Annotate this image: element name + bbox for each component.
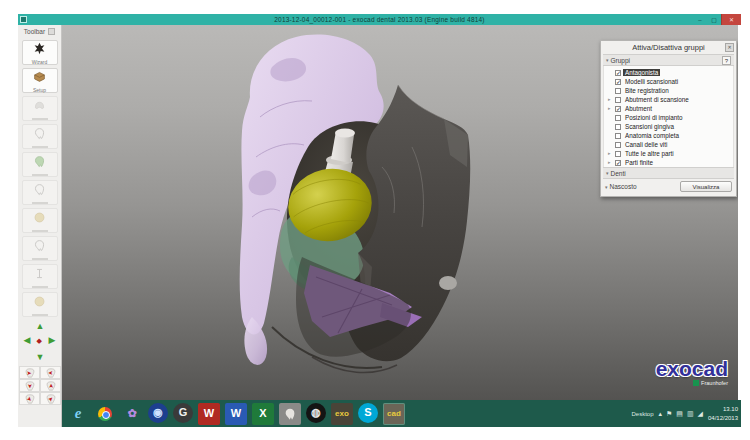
- scan-app-taskbar-icon[interactable]: ✿: [121, 403, 143, 425]
- group-label[interactable]: Abutment: [623, 105, 654, 112]
- group-checkbox[interactable]: [615, 133, 621, 139]
- clock-date: 04/12/2013: [708, 414, 738, 422]
- group-checkbox[interactable]: [615, 88, 621, 94]
- setup-icon: [33, 69, 46, 87]
- toolbar-button-step-3: [22, 96, 58, 121]
- toolbar-button-step-6: [22, 180, 58, 205]
- chevron-right-icon[interactable]: ▸: [608, 160, 613, 165]
- group-item[interactable]: Anatomia completa: [604, 131, 733, 140]
- blue-emblem-taskbar-icon[interactable]: ◉: [148, 403, 168, 423]
- application-window: 2013-12-04_00012-001 - exocad dental 201…: [18, 14, 741, 427]
- nav-down-icon[interactable]: ▼: [36, 353, 45, 362]
- group-item[interactable]: Scansioni gingiva: [604, 122, 733, 131]
- chevron-down-icon: ▾: [606, 170, 609, 176]
- denti-section-header[interactable]: ▾ Denti: [603, 167, 734, 179]
- group-checkbox[interactable]: [615, 97, 621, 103]
- view-orientation-button[interactable]: ➤: [19, 392, 40, 405]
- 3d-viewport[interactable]: Attiva/Disattiva gruppi ✕ ▾ Gruppi ? ✓An…: [62, 25, 738, 400]
- group-label[interactable]: Modelli scansionati: [623, 78, 680, 85]
- word-viewer-taskbar-icon[interactable]: W: [198, 403, 220, 425]
- group-item[interactable]: ▸Tutte le altre parti: [604, 149, 733, 158]
- desktop-label[interactable]: Desktop: [632, 411, 654, 417]
- groups-panel: Attiva/Disattiva gruppi ✕ ▾ Gruppi ? ✓An…: [600, 40, 737, 197]
- tray-volume-icon[interactable]: ▥: [687, 410, 694, 417]
- view-orientation-button[interactable]: ➤: [19, 366, 40, 379]
- group-item[interactable]: Canali delle viti: [604, 140, 733, 149]
- toolbar-button-label: [32, 174, 48, 176]
- g-app-taskbar-icon[interactable]: G: [173, 403, 193, 423]
- toolbar-button-label: [32, 118, 48, 120]
- help-button[interactable]: ?: [722, 56, 731, 65]
- view-orientation-button[interactable]: ➤: [40, 366, 61, 379]
- toolbar-button-wizard[interactable]: Wizard: [22, 40, 58, 65]
- taskbar-clock[interactable]: 13.10 04/12/2013: [708, 405, 738, 421]
- group-label[interactable]: Antagonista: [623, 69, 660, 76]
- view-orientation-button[interactable]: ➤: [19, 379, 40, 392]
- 3d-scene[interactable]: [212, 27, 532, 387]
- minimize-button[interactable]: –: [693, 14, 707, 25]
- visualizza-button[interactable]: Visualizza: [680, 181, 732, 192]
- exocad-dentalcad-taskbar-icon[interactable]: cad: [383, 403, 405, 425]
- group-item[interactable]: ▸Abutment di scansione: [604, 95, 733, 104]
- group-item[interactable]: ▸✓Parti finite: [604, 158, 733, 167]
- dark-app-taskbar-icon[interactable]: ◍: [306, 403, 326, 423]
- group-label[interactable]: Tutte le altre parti: [623, 150, 676, 157]
- view-orientation-button[interactable]: ➤: [40, 379, 61, 392]
- group-item[interactable]: ▸✓Abutment: [604, 104, 733, 113]
- signal-bars-icon[interactable]: ◢: [698, 410, 703, 417]
- chevron-right-icon[interactable]: ▸: [608, 106, 613, 111]
- group-checkbox[interactable]: [615, 115, 621, 121]
- nav-left-icon[interactable]: ◀: [24, 336, 31, 345]
- chrome-taskbar-icon[interactable]: [94, 403, 116, 425]
- group-label[interactable]: Parti finite: [623, 159, 655, 166]
- group-checkbox[interactable]: [615, 142, 621, 148]
- denti-section-label: Denti: [611, 170, 626, 177]
- group-checkbox[interactable]: ✓: [615, 160, 621, 166]
- close-button[interactable]: ✕: [721, 14, 741, 25]
- up-caret-icon[interactable]: ▴: [659, 410, 663, 417]
- toolbar-pin-icon[interactable]: [48, 28, 55, 35]
- group-label[interactable]: Posizioni di impianto: [623, 114, 684, 121]
- toolbar-button-setup[interactable]: Setup: [22, 68, 58, 93]
- navigation-dpad[interactable]: ▲ ▼ ◀ ▶ ◆: [22, 322, 58, 364]
- group-checkbox[interactable]: ✓: [615, 70, 621, 76]
- view-arrow-icon: ➤: [48, 370, 53, 376]
- group-checkbox[interactable]: [615, 151, 621, 157]
- nav-center-icon[interactable]: ◆: [37, 337, 42, 345]
- view-orientation-button[interactable]: ➤: [40, 392, 61, 405]
- skype-taskbar-icon[interactable]: S: [358, 403, 378, 423]
- group-item[interactable]: Bite registration: [604, 86, 733, 95]
- nav-right-icon[interactable]: ▶: [49, 336, 56, 345]
- dental-model-viewer-taskbar-icon[interactable]: [279, 403, 301, 425]
- flag-icon[interactable]: ⚑: [666, 410, 672, 417]
- group-checkbox[interactable]: ✓: [615, 79, 621, 85]
- tray-network-icon[interactable]: ▤: [676, 410, 683, 417]
- groups-panel-close-icon[interactable]: ✕: [725, 43, 734, 52]
- group-item[interactable]: ✓Antagonista: [604, 68, 733, 77]
- group-checkbox[interactable]: ✓: [615, 106, 621, 112]
- chevron-right-icon[interactable]: ▸: [608, 97, 613, 102]
- excel-taskbar-icon[interactable]: X: [252, 403, 274, 425]
- group-item[interactable]: Posizioni di impianto: [604, 113, 733, 122]
- group-label[interactable]: Abutment di scansione: [623, 96, 691, 103]
- group-label[interactable]: Anatomia completa: [623, 132, 681, 139]
- exocad-dentaldb-taskbar-icon[interactable]: exo: [331, 403, 353, 425]
- toolbar-button-label: Setup: [33, 88, 46, 93]
- fraunhofer-logo-text: Fraunhofer: [701, 380, 728, 386]
- group-label[interactable]: Canali delle viti: [623, 141, 669, 148]
- tooth-icon: [33, 126, 46, 144]
- exocad-logo: exocad Fraunhofer: [656, 358, 728, 386]
- group-label[interactable]: Bite registration: [623, 87, 671, 94]
- internet-explorer-taskbar-icon[interactable]: e: [67, 403, 89, 425]
- group-checkbox[interactable]: [615, 124, 621, 130]
- groups-panel-title: Attiva/Disattiva gruppi: [632, 43, 705, 52]
- group-label[interactable]: Scansioni gingiva: [623, 123, 676, 130]
- windows-taskbar: e✿◉GWWX◍exoScad Desktop ▴⚑▤▥◢ 13.10 04/1…: [62, 400, 741, 427]
- tooth-icon: [33, 238, 46, 256]
- word-taskbar-icon[interactable]: W: [225, 403, 247, 425]
- chevron-right-icon[interactable]: ▸: [608, 151, 613, 156]
- gruppi-section-header[interactable]: ▾ Gruppi ?: [603, 54, 734, 66]
- maximize-button[interactable]: ▢: [707, 14, 721, 25]
- nav-up-icon[interactable]: ▲: [36, 322, 45, 331]
- group-item[interactable]: ✓Modelli scansionati: [604, 77, 733, 86]
